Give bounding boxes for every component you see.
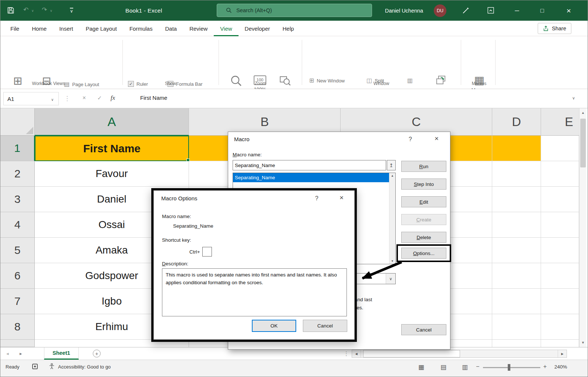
row-header-4[interactable]: 4 bbox=[0, 212, 35, 238]
column-header-a[interactable]: A bbox=[35, 108, 189, 136]
minimize-button[interactable]: ─ bbox=[509, 0, 525, 21]
maximize-button[interactable]: □ bbox=[534, 0, 550, 21]
confirm-entry-icon[interactable]: ✓ bbox=[97, 95, 102, 101]
options-cancel-button[interactable]: Cancel bbox=[303, 320, 347, 332]
row-header-6[interactable]: 6 bbox=[0, 263, 35, 289]
macro-cancel-button[interactable]: Cancel bbox=[401, 324, 446, 335]
avatar[interactable]: DU bbox=[434, 4, 446, 17]
cell-a2[interactable]: Favour bbox=[35, 161, 189, 187]
zoom-out-icon[interactable]: − bbox=[476, 363, 479, 370]
normal-view-icon[interactable]: ▦ bbox=[418, 363, 424, 371]
row-header-2[interactable]: 2 bbox=[0, 161, 35, 187]
save-icon[interactable] bbox=[7, 7, 14, 16]
zoom-slider-thumb[interactable] bbox=[508, 364, 510, 371]
insert-function-icon[interactable]: fx bbox=[111, 94, 115, 102]
whats-new-wand-icon[interactable] bbox=[462, 6, 470, 16]
cancel-entry-icon[interactable]: × bbox=[82, 95, 86, 101]
scroll-up-icon[interactable]: ▲ bbox=[389, 174, 395, 177]
vertical-scrollbar[interactable]: ▲ ▼ bbox=[579, 108, 587, 347]
undo-dropdown-icon[interactable]: ∨ bbox=[31, 9, 34, 13]
cell-e4[interactable] bbox=[541, 212, 579, 238]
step-into-button[interactable]: Step Into bbox=[401, 179, 446, 190]
cell-e5[interactable] bbox=[541, 238, 579, 263]
tab-developer[interactable]: Developer bbox=[239, 21, 276, 36]
accessibility-status[interactable]: Accessibility: Good to go bbox=[58, 364, 111, 370]
undo-icon[interactable]: ↶ bbox=[23, 7, 28, 13]
tab-view[interactable]: View bbox=[214, 21, 238, 36]
ruler-checkbox[interactable]: ✓ Ruler bbox=[128, 81, 148, 87]
close-icon[interactable]: × bbox=[339, 194, 344, 202]
cell-e1[interactable] bbox=[541, 136, 579, 161]
cell-e6[interactable] bbox=[541, 263, 579, 289]
edit-button[interactable]: Edit bbox=[401, 196, 446, 207]
view-side-by-side-icon[interactable]: ▥ bbox=[407, 78, 413, 84]
macro-list-scrollbar[interactable]: ▲ ▼ bbox=[389, 173, 395, 264]
tab-page-layout[interactable]: Page Layout bbox=[80, 21, 123, 36]
scroll-right-icon[interactable]: ▶ bbox=[558, 350, 567, 357]
tab-help[interactable]: Help bbox=[276, 21, 300, 36]
tab-file[interactable]: File bbox=[4, 21, 26, 36]
cell-d3[interactable] bbox=[492, 187, 541, 212]
prev-sheet-icon[interactable]: ◂ bbox=[6, 351, 9, 356]
row-header-8[interactable]: 8 bbox=[0, 314, 35, 340]
ribbon-display-options-icon[interactable] bbox=[487, 7, 494, 16]
description-textarea[interactable]: This macro is used to separate names int… bbox=[162, 268, 347, 316]
ok-button[interactable]: OK bbox=[252, 320, 296, 332]
new-window-button[interactable]: ⊞ New Window bbox=[309, 78, 345, 84]
tab-splitter-icon[interactable]: ⋮ bbox=[344, 350, 349, 357]
row-header-partial[interactable] bbox=[0, 340, 35, 347]
cell-a1[interactable]: First Name bbox=[35, 136, 189, 161]
drag-handle-icon[interactable]: ⋮ bbox=[64, 95, 70, 102]
tab-insert[interactable]: Insert bbox=[53, 21, 80, 36]
tab-home[interactable]: Home bbox=[26, 21, 53, 36]
record-macro-icon[interactable] bbox=[32, 364, 38, 369]
user-name[interactable]: Daniel Uchenna bbox=[385, 0, 423, 21]
name-box[interactable]: A1 ∨ bbox=[3, 92, 59, 105]
scroll-down-icon[interactable]: ▼ bbox=[389, 259, 395, 263]
cell-e2[interactable] bbox=[541, 161, 579, 187]
select-all-corner[interactable] bbox=[0, 108, 35, 136]
next-sheet-icon[interactable]: ▸ bbox=[20, 351, 22, 356]
vertical-scrollbar-thumb[interactable] bbox=[580, 119, 586, 167]
close-icon[interactable]: × bbox=[435, 135, 439, 143]
horizontal-scrollbar-thumb[interactable] bbox=[363, 350, 460, 357]
cell-e3[interactable] bbox=[541, 187, 579, 212]
cell-d4[interactable] bbox=[492, 212, 541, 238]
customize-qat-icon[interactable]: ∨ bbox=[70, 8, 73, 13]
cell-e9-partial[interactable] bbox=[541, 340, 579, 347]
zoom-slider-track[interactable] bbox=[483, 367, 540, 368]
row-header-1[interactable]: 1 bbox=[0, 136, 35, 161]
macro-name-input[interactable] bbox=[233, 160, 386, 170]
share-button[interactable]: Share bbox=[538, 23, 571, 34]
scroll-up-icon[interactable]: ▲ bbox=[579, 109, 587, 116]
sheet-tab-sheet1[interactable]: Sheet1 bbox=[44, 347, 79, 360]
row-header-3[interactable]: 3 bbox=[0, 187, 35, 212]
redo-dropdown-icon[interactable]: ∨ bbox=[50, 9, 53, 13]
row-header-7[interactable]: 7 bbox=[0, 289, 35, 314]
scroll-down-icon[interactable]: ▼ bbox=[579, 339, 587, 346]
cell-d9-partial[interactable] bbox=[492, 340, 541, 347]
column-header-d[interactable]: D bbox=[492, 108, 541, 136]
cell-d5[interactable] bbox=[492, 238, 541, 263]
cell-e8[interactable] bbox=[541, 314, 579, 340]
cell-e7[interactable] bbox=[541, 289, 579, 314]
search-box[interactable]: Search (Alt+Q) bbox=[217, 4, 372, 17]
cell-d7[interactable] bbox=[492, 289, 541, 314]
help-icon[interactable]: ? bbox=[409, 136, 412, 143]
redo-icon[interactable]: ↷ bbox=[42, 7, 47, 13]
page-layout-view-icon[interactable]: ▤ bbox=[440, 363, 446, 371]
tab-data[interactable]: Data bbox=[159, 21, 183, 36]
cell-d1[interactable] bbox=[492, 136, 541, 161]
horizontal-scrollbar[interactable]: ◀ ▶ bbox=[352, 350, 567, 358]
options-button[interactable]: Options... bbox=[401, 248, 446, 259]
cell-d8[interactable] bbox=[492, 314, 541, 340]
macro-list-item-selected[interactable]: Separating_Name bbox=[233, 173, 389, 182]
tab-review[interactable]: Review bbox=[183, 21, 214, 36]
tab-formulas[interactable]: Formulas bbox=[123, 21, 159, 36]
scroll-left-icon[interactable]: ◀ bbox=[352, 350, 361, 357]
zoom-percentage[interactable]: 240% bbox=[554, 364, 567, 370]
name-box-dropdown-icon[interactable]: ∨ bbox=[51, 98, 54, 102]
expand-formula-bar-icon[interactable]: ∨ bbox=[572, 96, 575, 101]
help-icon[interactable]: ? bbox=[315, 195, 318, 202]
column-header-e[interactable]: E bbox=[541, 108, 579, 136]
